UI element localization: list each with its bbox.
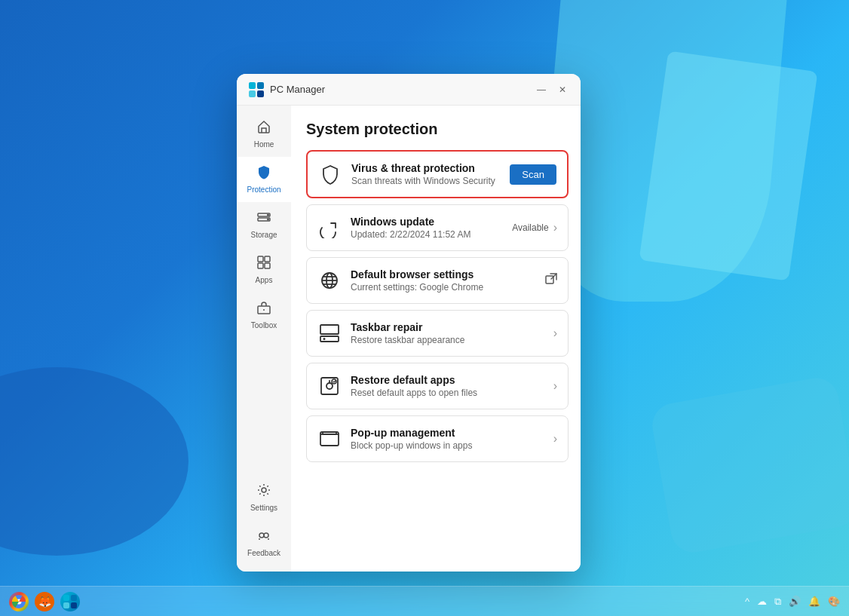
svg-rect-1 bbox=[257, 82, 264, 89]
svg-point-16 bbox=[264, 533, 268, 538]
restore-apps-action: › bbox=[553, 379, 557, 393]
taskbar-display-icon[interactable]: ⧉ bbox=[774, 596, 781, 608]
svg-rect-10 bbox=[258, 263, 263, 268]
virus-card-text: Virus & threat protection Scan threats w… bbox=[351, 162, 501, 186]
sidebar-storage-label: Storage bbox=[250, 231, 277, 240]
svg-rect-2 bbox=[249, 90, 256, 97]
taskbar-repair-title: Taskbar repair bbox=[351, 321, 544, 333]
restore-apps-title: Restore default apps bbox=[351, 374, 544, 386]
toolbox-icon bbox=[256, 300, 271, 319]
browser-settings-card[interactable]: Default browser settings Current setting… bbox=[306, 257, 569, 304]
scan-button[interactable]: Scan bbox=[510, 164, 556, 185]
taskbar-pcmanager-icon[interactable] bbox=[60, 592, 80, 611]
windows-update-subtitle: Updated: 2/22/2024 11:52 AM bbox=[351, 229, 503, 240]
windows-update-title: Windows update bbox=[351, 216, 503, 228]
taskbar-left: 🦊 bbox=[9, 592, 80, 611]
sidebar-item-home[interactable]: Home bbox=[237, 112, 291, 157]
svg-rect-9 bbox=[265, 256, 270, 262]
restore-apps-subtitle: Reset default apps to open files bbox=[351, 388, 544, 398]
taskbar-expand-icon[interactable]: ^ bbox=[745, 596, 749, 607]
storage-icon bbox=[256, 210, 271, 228]
virus-shield-icon bbox=[318, 162, 342, 186]
restore-apps-card[interactable]: Restore default apps Reset default apps … bbox=[306, 363, 569, 409]
sidebar-item-protection[interactable]: Protection bbox=[237, 157, 291, 202]
close-button[interactable]: ✕ bbox=[556, 84, 569, 96]
svg-point-14 bbox=[262, 488, 266, 492]
apps-icon bbox=[256, 255, 271, 274]
svg-rect-27 bbox=[320, 325, 339, 334]
taskbar-repair-card[interactable]: Taskbar repair Restore taskbar appearanc… bbox=[306, 310, 569, 357]
app-logo-icon bbox=[249, 82, 264, 97]
popup-management-chevron-icon: › bbox=[553, 432, 557, 446]
sidebar-protection-label: Protection bbox=[247, 185, 280, 195]
windows-update-card[interactable]: Windows update Updated: 2/22/2024 11:52 … bbox=[306, 204, 569, 251]
windows-update-action: Available › bbox=[512, 221, 557, 234]
taskbar-repair-subtitle: Restore taskbar appearance bbox=[351, 335, 544, 345]
browser-settings-title: Default browser settings bbox=[351, 268, 536, 280]
sidebar-item-toolbox[interactable]: Toolbox bbox=[237, 293, 291, 338]
svg-rect-11 bbox=[265, 263, 270, 268]
svg-rect-37 bbox=[63, 595, 69, 601]
svg-point-15 bbox=[259, 533, 264, 538]
browser-settings-subtitle: Current settings: Google Chrome bbox=[351, 282, 536, 293]
sidebar-toolbox-label: Toolbox bbox=[251, 321, 277, 330]
svg-rect-40 bbox=[71, 602, 77, 608]
windows-update-icon bbox=[317, 216, 342, 240]
taskbar-firefox-icon[interactable]: 🦊 bbox=[35, 592, 54, 611]
svg-rect-0 bbox=[249, 82, 256, 89]
popup-management-card[interactable]: Pop-up management Block pop-up windows i… bbox=[306, 415, 569, 462]
sidebar-home-label: Home bbox=[254, 140, 274, 149]
sidebar: Home Protection bbox=[237, 106, 291, 572]
taskbar-cloud-icon[interactable]: ☁ bbox=[757, 596, 767, 607]
taskbar-repair-chevron-icon: › bbox=[553, 326, 557, 340]
browser-settings-action bbox=[545, 273, 557, 288]
taskbar-repair-action: › bbox=[553, 326, 557, 340]
taskbar-repair-text: Taskbar repair Restore taskbar appearanc… bbox=[351, 321, 544, 345]
windows-update-status: Available bbox=[512, 222, 548, 233]
page-title: System protection bbox=[306, 121, 569, 138]
sidebar-item-storage[interactable]: Storage bbox=[237, 202, 291, 247]
bg-decoration-4 bbox=[649, 375, 849, 556]
restore-apps-text: Restore default apps Reset default apps … bbox=[351, 374, 544, 398]
taskbar-colorpicker-icon[interactable]: 🎨 bbox=[828, 596, 840, 607]
bg-decoration-2 bbox=[639, 51, 817, 280]
taskbar-bell-icon[interactable]: 🔔 bbox=[808, 596, 820, 607]
svg-rect-38 bbox=[71, 595, 77, 601]
main-content: System protection Virus & threat protect… bbox=[291, 106, 581, 572]
taskbar-icon bbox=[317, 321, 342, 345]
windows-update-text: Windows update Updated: 2/22/2024 11:52 … bbox=[351, 216, 503, 240]
svg-rect-3 bbox=[257, 90, 264, 97]
external-link-icon bbox=[545, 273, 557, 288]
settings-icon bbox=[256, 483, 271, 501]
taskbar-volume-icon[interactable]: 🔊 bbox=[789, 596, 801, 607]
sidebar-item-apps[interactable]: Apps bbox=[237, 247, 291, 293]
svg-point-6 bbox=[268, 214, 269, 216]
svg-point-30 bbox=[326, 383, 333, 389]
titlebar: PC Manager — ✕ bbox=[237, 74, 581, 106]
minimize-button[interactable]: — bbox=[535, 84, 547, 96]
virus-protection-card[interactable]: Virus & threat protection Scan threats w… bbox=[306, 150, 569, 198]
popup-management-text: Pop-up management Block pop-up windows i… bbox=[351, 427, 544, 451]
restore-apps-icon bbox=[317, 374, 342, 398]
titlebar-controls: — ✕ bbox=[535, 84, 569, 96]
windows-update-chevron-icon: › bbox=[553, 221, 557, 234]
svg-rect-39 bbox=[63, 602, 69, 608]
browser-globe-icon bbox=[317, 268, 342, 293]
popup-management-subtitle: Block pop-up windows in apps bbox=[351, 440, 544, 451]
window-body: Home Protection bbox=[237, 106, 581, 572]
home-icon bbox=[256, 119, 271, 138]
sidebar-settings-label: Settings bbox=[250, 504, 277, 513]
sidebar-item-feedback[interactable]: Feedback bbox=[237, 520, 291, 565]
taskbar-chrome-icon[interactable] bbox=[9, 592, 29, 611]
feedback-icon bbox=[256, 528, 271, 547]
virus-card-title: Virus & threat protection bbox=[351, 162, 501, 174]
browser-settings-text: Default browser settings Current setting… bbox=[351, 268, 536, 293]
svg-rect-8 bbox=[258, 256, 263, 262]
sidebar-item-settings[interactable]: Settings bbox=[237, 475, 291, 520]
titlebar-title: PC Manager bbox=[270, 84, 535, 95]
virus-card-action: Scan bbox=[510, 164, 556, 185]
sidebar-bottom: Settings Feedback bbox=[237, 475, 291, 565]
popup-icon bbox=[317, 427, 342, 451]
svg-point-7 bbox=[268, 219, 269, 220]
virus-card-subtitle: Scan threats with Windows Security bbox=[351, 176, 501, 186]
